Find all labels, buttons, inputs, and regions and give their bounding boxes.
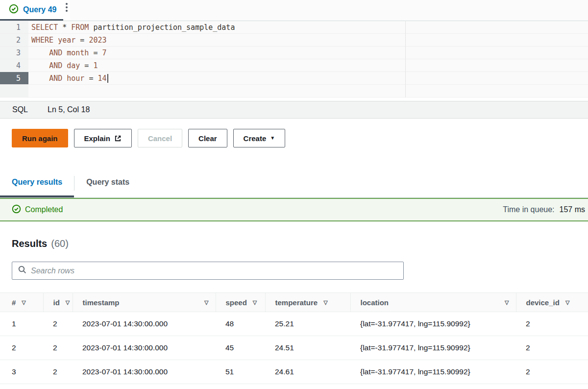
search-box <box>12 262 404 280</box>
time-in-queue-value: 157 ms <box>560 205 585 214</box>
column-header-device_id[interactable]: device_id▽ <box>516 293 588 312</box>
column-filter-icon[interactable]: ▽ <box>565 299 569 306</box>
editor-line-number: 3 <box>0 47 28 59</box>
table-cell: 2023-07-01 14:30:00.000 <box>73 360 216 384</box>
time-in-queue-label: Time in queue: <box>503 205 554 214</box>
editor-code-text[interactable]: AND hour = 14 <box>28 72 588 84</box>
tab-query-results[interactable]: Query results <box>0 169 74 197</box>
table-cell: 2 <box>516 312 588 336</box>
table-cell: {lat=-31.977417, lng=115.90992} <box>350 360 516 384</box>
column-label: id <box>53 298 60 307</box>
editor-line-number: 5 <box>0 72 28 84</box>
column-header-speed[interactable]: speed▽ <box>216 293 265 312</box>
table-row: 222023-07-01 14:30:00.0004524.51{lat=-31… <box>0 336 588 360</box>
tab-bar-filler <box>70 0 588 21</box>
table-header-row: #▽id▽timestamp▽speed▽temperature▽locatio… <box>0 293 588 312</box>
editor-language-label: SQL <box>12 105 28 114</box>
query-success-icon <box>9 4 19 16</box>
editor-code-text[interactable] <box>28 85 588 97</box>
chevron-down-icon: ▼ <box>270 136 275 141</box>
column-label: device_id <box>526 298 560 307</box>
table-cell: 2 <box>43 312 73 336</box>
table-cell: 3 <box>0 360 43 384</box>
column-filter-icon[interactable]: ▽ <box>323 299 327 306</box>
query-tab-title: Query 49 <box>23 5 56 14</box>
run-again-button[interactable]: Run again <box>12 129 68 147</box>
editor-line-number <box>0 85 28 97</box>
table-row: 322023-07-01 14:30:00.0005124.61{lat=-31… <box>0 360 588 384</box>
results-count: (60) <box>51 238 69 249</box>
column-header-temperature[interactable]: temperature▽ <box>265 293 350 312</box>
create-button[interactable]: Create ▼ <box>233 129 286 147</box>
table-row: 122023-07-01 14:30:00.0004825.21{lat=-31… <box>0 312 588 336</box>
search-rows-input[interactable] <box>31 267 397 275</box>
clear-button[interactable]: Clear <box>188 129 227 147</box>
results-table: #▽id▽timestamp▽speed▽temperature▽locatio… <box>0 292 588 384</box>
action-button-row: Run again Explain Cancel Clear Create ▼ <box>0 129 588 147</box>
results-header: Results (60) <box>12 238 588 249</box>
column-filter-icon[interactable]: ▽ <box>66 299 70 306</box>
query-tab-bar: Query 49 <box>0 0 588 21</box>
query-tab-menu-icon[interactable] <box>63 0 70 21</box>
column-header-location[interactable]: location▽ <box>350 293 516 312</box>
table-cell: 2 <box>43 336 73 360</box>
table-cell: 24.51 <box>265 336 350 360</box>
column-header-timestamp[interactable]: timestamp▽ <box>73 293 216 312</box>
editor-code-text[interactable]: SELECT * FROM partition_projection_sampl… <box>28 21 588 33</box>
editor-line[interactable]: 4 AND day = 1 <box>0 59 588 72</box>
external-link-icon <box>114 135 122 142</box>
table-cell: 45 <box>216 336 265 360</box>
results-title: Results <box>12 238 47 249</box>
query-tab[interactable]: Query 49 <box>0 0 63 21</box>
status-completed-label: Completed <box>25 205 63 214</box>
tab-query-stats[interactable]: Query stats <box>74 169 141 197</box>
search-icon <box>18 266 26 276</box>
editor-status-bar: SQL Ln 5, Col 18 <box>0 101 588 119</box>
column-filter-icon[interactable]: ▽ <box>505 299 509 306</box>
table-cell: 2023-07-01 14:30:00.000 <box>73 336 216 360</box>
completed-check-icon <box>12 204 21 216</box>
table-cell: 2023-07-01 14:30:00.000 <box>73 312 216 336</box>
table-cell: 51 <box>216 360 265 384</box>
editor-line-number: 1 <box>0 21 28 33</box>
column-label: timestamp <box>83 298 120 307</box>
table-cell: 2 <box>0 336 43 360</box>
editor-line-number: 2 <box>0 34 28 46</box>
column-filter-icon[interactable]: ▽ <box>204 299 208 306</box>
editor-print-margin <box>405 21 406 97</box>
column-label: speed <box>226 298 247 307</box>
editor-line[interactable]: 5 AND hour = 14 <box>0 72 588 85</box>
table-cell: {lat=-31.977417, lng=115.90992} <box>350 336 516 360</box>
column-label: temperature <box>275 298 318 307</box>
editor-code-text[interactable]: AND day = 1 <box>28 59 588 72</box>
editor-line[interactable] <box>0 85 588 97</box>
table-cell: 2 <box>516 336 588 360</box>
explain-button[interactable]: Explain <box>74 129 132 147</box>
column-label: location <box>361 298 389 307</box>
table-cell: 24.61 <box>265 360 350 384</box>
editor-line[interactable]: 2WHERE year = 2023 <box>0 34 588 47</box>
column-header-id[interactable]: id▽ <box>43 293 73 312</box>
sql-editor[interactable]: 1SELECT * FROM partition_projection_samp… <box>0 21 588 97</box>
column-header-num[interactable]: #▽ <box>0 293 43 312</box>
table-cell: 2 <box>516 360 588 384</box>
table-cell: 25.21 <box>265 312 350 336</box>
results-tab-bar: Query results Query stats <box>0 169 588 198</box>
cursor-position-label: Ln 5, Col 18 <box>48 105 90 114</box>
editor-code-text[interactable]: AND month = 7 <box>28 47 588 59</box>
table-cell: 48 <box>216 312 265 336</box>
editor-line[interactable]: 1SELECT * FROM partition_projection_samp… <box>0 21 588 34</box>
query-status-banner: Completed Time in queue: 157 ms <box>0 198 588 221</box>
column-filter-icon[interactable]: ▽ <box>22 299 25 306</box>
cancel-button[interactable]: Cancel <box>138 129 182 147</box>
editor-line[interactable]: 3 AND month = 7 <box>0 47 588 59</box>
table-cell: 1 <box>0 312 43 336</box>
table-cell: {lat=-31.977417, lng=115.90992} <box>350 312 516 336</box>
editor-code-text[interactable]: WHERE year = 2023 <box>28 34 588 46</box>
column-filter-icon[interactable]: ▽ <box>253 299 257 306</box>
editor-line-number: 4 <box>0 59 28 72</box>
text-cursor <box>107 74 108 83</box>
table-cell: 2 <box>43 360 73 384</box>
column-label: # <box>12 298 16 307</box>
